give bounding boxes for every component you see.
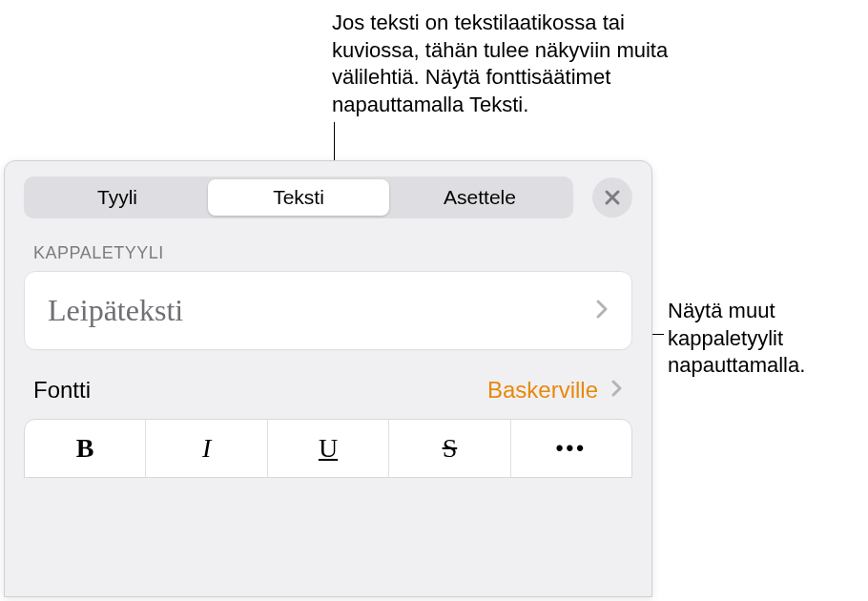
callout-paragraph-style: Näytä muut kappaletyylit napauttamalla. xyxy=(668,298,858,380)
paragraph-style-card: Leipäteksti xyxy=(24,271,632,350)
tab-layout[interactable]: Asettele xyxy=(389,179,570,216)
close-icon xyxy=(604,189,621,206)
tab-style[interactable]: Tyyli xyxy=(27,179,208,216)
format-bar: B I U S ••• xyxy=(24,419,632,478)
tab-text[interactable]: Teksti xyxy=(208,179,389,216)
tab-bar: Tyyli Teksti Asettele xyxy=(24,176,573,218)
bold-button[interactable]: B xyxy=(25,420,146,477)
more-button[interactable]: ••• xyxy=(511,420,631,477)
close-button[interactable] xyxy=(592,177,632,218)
callout-tabs: Jos teksti on tekstilaatikossa tai kuvio… xyxy=(332,10,713,118)
chevron-right-icon xyxy=(611,377,623,404)
font-value: Baskerville xyxy=(487,377,598,404)
chevron-right-icon xyxy=(595,299,609,323)
font-row[interactable]: Fontti Baskerville xyxy=(5,363,651,413)
panel-header: Tyyli Teksti Asettele xyxy=(5,161,651,226)
callout-leader-line xyxy=(334,122,335,162)
font-label: Fontti xyxy=(33,377,487,404)
strikethrough-button[interactable]: S xyxy=(389,420,510,477)
section-header-paragraph-style: KAPPALETYYLI xyxy=(5,226,651,271)
italic-button[interactable]: I xyxy=(146,420,267,477)
more-icon: ••• xyxy=(556,436,587,461)
paragraph-style-row[interactable]: Leipäteksti xyxy=(25,272,631,349)
paragraph-style-value: Leipäteksti xyxy=(48,293,183,328)
format-panel: Tyyli Teksti Asettele KAPPALETYYLI Leipä… xyxy=(4,160,652,597)
underline-button[interactable]: U xyxy=(268,420,389,477)
